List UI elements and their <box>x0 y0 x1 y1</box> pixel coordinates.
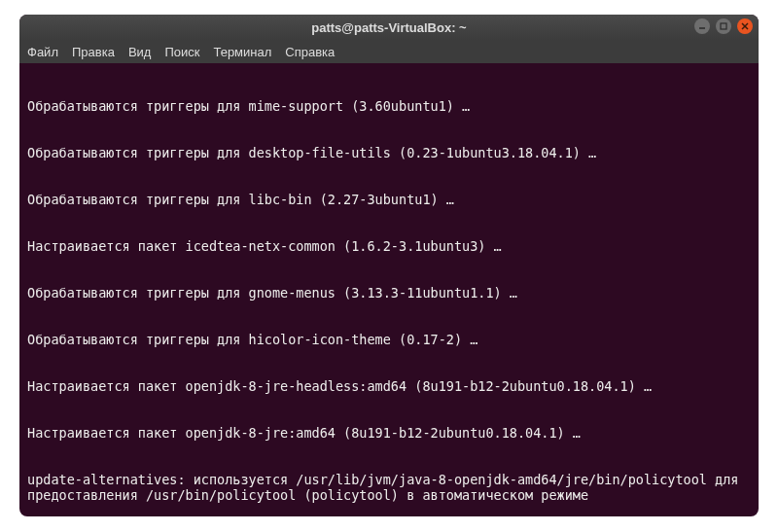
output-line: update-alternatives: используется /usr/l… <box>27 472 751 503</box>
terminal-output[interactable]: Обрабатываются триггеры для mime-support… <box>19 63 759 516</box>
menu-edit[interactable]: Правка <box>72 45 115 59</box>
menu-help[interactable]: Справка <box>285 45 335 59</box>
maximize-icon <box>720 22 727 30</box>
window-controls <box>694 18 753 34</box>
output-line: Обрабатываются триггеры для mime-support… <box>27 98 751 114</box>
output-line: Обрабатываются триггеры для desktop-file… <box>27 145 751 160</box>
output-line: Обрабатываются триггеры для libc-bin (2.… <box>27 192 751 207</box>
window-title: patts@patts-VirtualBox: ~ <box>311 20 466 35</box>
svg-rect-1 <box>721 23 726 29</box>
menu-terminal[interactable]: Терминал <box>213 45 271 59</box>
output-line: Настраивается пакет openjdk-8-jre:amd64 … <box>27 425 751 441</box>
close-button[interactable] <box>737 18 753 34</box>
menu-view[interactable]: Вид <box>128 45 152 59</box>
menu-search[interactable]: Поиск <box>164 45 199 59</box>
output-line: Настраивается пакет icedtea-netx-common … <box>27 238 751 254</box>
menu-file[interactable]: Файл <box>27 45 58 59</box>
output-line: Обрабатываются триггеры для gnome-menus … <box>27 285 751 301</box>
titlebar: patts@patts-VirtualBox: ~ <box>19 15 759 40</box>
minimize-button[interactable] <box>694 18 710 34</box>
close-icon <box>741 22 749 30</box>
terminal-window: patts@patts-VirtualBox: ~ Файл Правка Ви… <box>19 15 759 516</box>
menubar: Файл Правка Вид Поиск Терминал Справка <box>19 40 759 63</box>
output-line: Настраивается пакет openjdk-8-jre-headle… <box>27 378 751 394</box>
minimize-icon <box>698 22 706 30</box>
output-line: Обрабатываются триггеры для hicolor-icon… <box>27 332 751 347</box>
maximize-button[interactable] <box>716 18 731 34</box>
